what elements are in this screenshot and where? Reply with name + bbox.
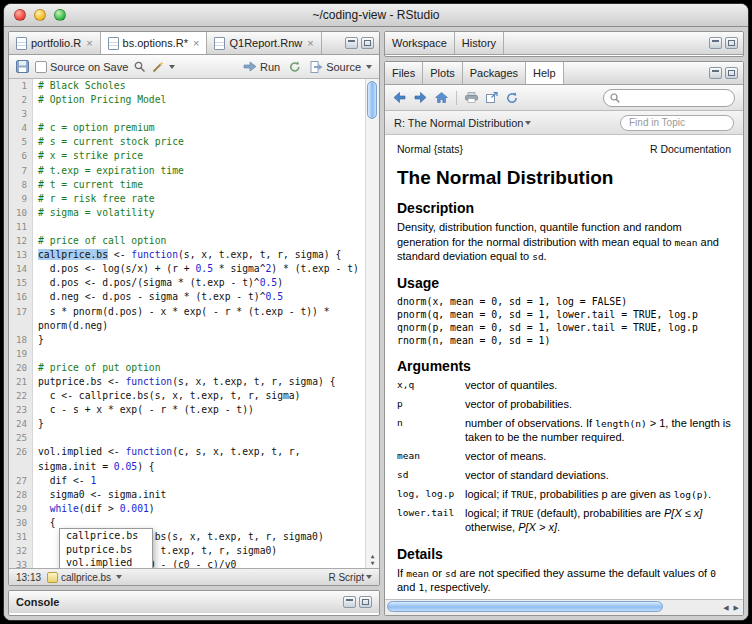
- close-button[interactable]: [14, 9, 26, 21]
- source-pane: portfolio.R×bs.options.R*×Q1Report.Rnw× …: [8, 31, 380, 586]
- help-toolbar: [385, 85, 743, 111]
- minimize-button[interactable]: [34, 9, 46, 21]
- line-number: 15: [9, 276, 33, 290]
- doc-topic: Normal {stats}: [397, 143, 463, 155]
- usage-code: dnorm(x, mean = 0, sd = 1, log = FALSE)p…: [397, 295, 731, 347]
- tab-label: History: [462, 37, 496, 49]
- line-number: 18: [9, 333, 33, 347]
- autocomplete-item[interactable]: putprice.bs: [60, 543, 152, 557]
- line-number: 4: [9, 121, 33, 135]
- open-new-window-button[interactable]: [486, 92, 498, 103]
- line-number: 17: [9, 305, 33, 319]
- help-search-input[interactable]: [603, 89, 735, 107]
- code-line: 5# s = current stock price: [9, 135, 365, 149]
- line-number: 19: [9, 347, 33, 361]
- titlebar[interactable]: ~/coding-view - RStudio: [4, 4, 748, 27]
- scrollbar-arrows[interactable]: ◀▶: [723, 600, 739, 615]
- line-number: 20: [9, 361, 33, 375]
- scrollbar-thumb[interactable]: [387, 601, 663, 612]
- code-line: 12# price of call option: [9, 234, 365, 248]
- code-line: sigma.init = 0.05) {: [9, 460, 365, 474]
- window-title: ~/coding-view - RStudio: [312, 8, 439, 22]
- console-header[interactable]: Console: [9, 591, 379, 613]
- refresh-button[interactable]: [506, 92, 518, 104]
- section-heading-description: Description: [397, 200, 731, 216]
- tab-help[interactable]: Help: [526, 62, 564, 84]
- pane-buttons: [704, 32, 743, 54]
- code-line: 26vol.implied <- function(c, s, x, t.exp…: [9, 445, 365, 459]
- code-line: 3: [9, 107, 365, 121]
- source-on-save-label: Source on Save: [50, 61, 128, 73]
- code-line: 1# Black Scholes: [9, 79, 365, 93]
- editor-tab[interactable]: bs.options.R*×: [101, 32, 208, 54]
- file-type-selector[interactable]: R Script: [328, 572, 372, 583]
- print-button[interactable]: [465, 92, 478, 103]
- source-button[interactable]: Source: [310, 61, 372, 73]
- tab-close-icon[interactable]: ×: [193, 37, 199, 49]
- line-number: 8: [9, 178, 33, 192]
- minimize-pane-icon[interactable]: [343, 596, 356, 608]
- maximize-pane-icon[interactable]: [725, 37, 738, 49]
- code-line: 25: [9, 431, 365, 445]
- source-on-save-checkbox[interactable]: [35, 61, 47, 73]
- scrollbar-thumb[interactable]: [367, 81, 377, 119]
- maximize-pane-icon[interactable]: [359, 596, 372, 608]
- back-button[interactable]: [393, 92, 406, 103]
- scrollbar-arrows[interactable]: ▲▼: [366, 552, 379, 566]
- maximize-pane-icon[interactable]: [725, 67, 738, 79]
- tab-history[interactable]: History: [455, 32, 504, 54]
- editor-vertical-scrollbar[interactable]: ▲▼: [365, 79, 379, 568]
- tab-close-icon[interactable]: ×: [307, 37, 313, 49]
- source-on-save-toggle[interactable]: Source on Save: [35, 61, 128, 73]
- scope-selector[interactable]: callprice.bs: [47, 572, 122, 583]
- run-button[interactable]: Run: [243, 61, 280, 73]
- maximize-pane-icon[interactable]: [361, 37, 374, 49]
- tab-files[interactable]: Files: [385, 62, 423, 84]
- help-topic-selector[interactable]: R: The Normal Distribution: [394, 117, 531, 129]
- help-horizontal-scrollbar[interactable]: ◀▶: [385, 599, 743, 615]
- editor-tab[interactable]: portfolio.R×: [9, 32, 101, 54]
- tab-plots[interactable]: Plots: [423, 62, 462, 84]
- refresh-icon: [506, 92, 518, 104]
- find-replace-button[interactable]: [134, 61, 146, 73]
- forward-button[interactable]: [414, 92, 427, 103]
- code-line: 4# c = option premium: [9, 121, 365, 135]
- section-heading-arguments: Arguments: [397, 358, 731, 374]
- line-number: 9: [9, 192, 33, 206]
- tab-label: Q1Report.Rnw: [229, 37, 302, 49]
- tab-close-icon[interactable]: ×: [86, 37, 92, 49]
- source-icon: [310, 61, 323, 73]
- tab-label: portfolio.R: [31, 37, 81, 49]
- code-editor[interactable]: 1# Black Scholes2# Option Pricing Model3…: [9, 79, 379, 568]
- zoom-button[interactable]: [54, 9, 66, 21]
- argument-description: logical; if TRUE (default), probabilitie…: [465, 506, 731, 534]
- code-line: 21putprice.bs <- function(s, x, t.exp, t…: [9, 375, 365, 389]
- editor-toolbar: Source on Save Run: [9, 55, 379, 79]
- source-label: Source: [326, 61, 361, 73]
- autocomplete-item[interactable]: callprice.bs: [60, 529, 152, 543]
- argument-description: vector of probabilities.: [465, 397, 731, 411]
- help-topicbar: R: The Normal Distribution: [385, 111, 743, 135]
- tab-workspace[interactable]: Workspace: [385, 32, 455, 54]
- tab-packages[interactable]: Packages: [463, 62, 526, 84]
- help-content[interactable]: Normal {stats} R Documentation The Norma…: [385, 135, 743, 599]
- line-number: 7: [9, 164, 33, 178]
- editor-tab[interactable]: Q1Report.Rnw×: [207, 32, 321, 54]
- pane-buttons: [338, 596, 377, 608]
- home-button[interactable]: [435, 92, 448, 103]
- line-number: [9, 319, 33, 333]
- find-in-topic-input[interactable]: [620, 115, 734, 131]
- save-icon[interactable]: [16, 60, 29, 73]
- chevron-down-icon: [525, 121, 531, 125]
- code-line: 20# price of put option: [9, 361, 365, 375]
- code-tools-button[interactable]: [152, 61, 175, 73]
- autocomplete-item[interactable]: vol.implied: [60, 556, 152, 568]
- argument-description: logical; if TRUE, probabilities p are gi…: [465, 487, 731, 501]
- minimize-pane-icon[interactable]: [709, 37, 722, 49]
- minimize-pane-icon[interactable]: [345, 37, 358, 49]
- rerun-button[interactable]: [289, 61, 301, 73]
- doc-title: The Normal Distribution: [397, 167, 731, 189]
- argument-term: log, log.p: [397, 487, 465, 501]
- line-number: 32: [9, 544, 33, 558]
- minimize-pane-icon[interactable]: [709, 67, 722, 79]
